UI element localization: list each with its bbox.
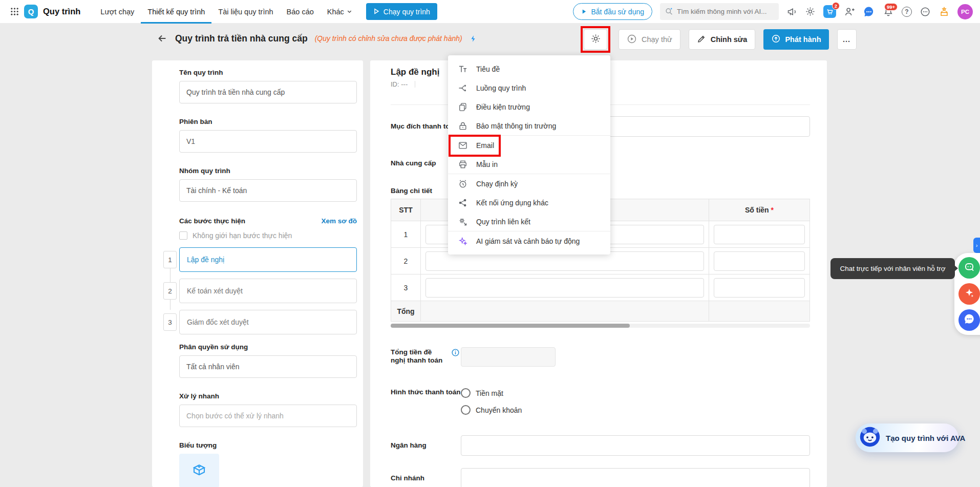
checkbox-icon[interactable] [179, 231, 187, 240]
printer-icon [458, 159, 468, 170]
ava-mascot-icon [859, 426, 881, 450]
gear-icon [590, 33, 601, 46]
table-row: 3 [391, 274, 809, 301]
support-floating-panel [954, 253, 980, 335]
ai-search-box[interactable] [660, 3, 779, 20]
version-input[interactable] [179, 130, 357, 153]
menu-item-chay-dinh-ky[interactable]: Chạy định kỳ [448, 174, 610, 193]
menu-item-quy-trinh-lien-ket[interactable]: Quy trình liên kết [448, 212, 610, 231]
app-grid-icon[interactable] [10, 7, 19, 16]
megaphone-icon[interactable] [786, 6, 797, 17]
test-run-button[interactable]: Chạy thử [619, 29, 680, 50]
app-name: Quy trình [43, 7, 80, 16]
chat-dots-icon [963, 312, 976, 328]
step-number: 2 [163, 282, 177, 300]
back-arrow-icon[interactable] [157, 33, 168, 44]
branch-input[interactable] [461, 468, 810, 487]
edit-button[interactable]: Chỉnh sửa [689, 29, 756, 50]
chat-bubble-icon[interactable] [863, 6, 875, 18]
ai-assistant-button[interactable] [958, 283, 980, 305]
view-diagram-link[interactable]: Xem sơ đồ [321, 217, 357, 225]
share-nodes-icon [458, 198, 468, 208]
create-with-ava-button[interactable]: Tạo quy trình với AVA [856, 424, 958, 452]
play-icon [581, 8, 587, 16]
lightning-icon[interactable] [470, 34, 477, 43]
tooltip-arrow [954, 265, 958, 271]
menu-item-ket-noi-ung-dung-khac[interactable]: Kết nối ứng dụng khác [448, 193, 610, 212]
tab-bao-cao[interactable]: Báo cáo [280, 0, 321, 24]
store-icon[interactable]: 2 [823, 5, 836, 18]
workflow-name-input[interactable] [179, 81, 357, 103]
notifications-bell-icon[interactable]: 99+ [883, 6, 894, 17]
step-list: 1 Lập đề nghị 2 Kế toán xét duyệt 3 Giám… [179, 247, 357, 334]
step-item-ke-toan-xet-duyet[interactable]: Kế toán xét duyệt [179, 279, 357, 303]
more-options-icon[interactable] [920, 6, 931, 17]
bell-badge: 99+ [884, 3, 898, 11]
app-logo-icon: Q [24, 5, 38, 18]
tab-thiet-ke-quy-trinh[interactable]: Thiết kế quy trình [141, 0, 211, 24]
user-avatar[interactable]: PC [957, 4, 973, 19]
workflow-icon-picker[interactable] [179, 454, 219, 487]
settings-gear-icon[interactable] [805, 6, 816, 17]
name-label: Tên quy trình [179, 69, 357, 76]
table-horizontal-scrollbar[interactable] [391, 324, 810, 328]
scrollbar-thumb[interactable] [391, 324, 630, 328]
amount-cell-input[interactable] [714, 278, 805, 298]
menu-item-tieu-de[interactable]: Tiêu đề [448, 59, 610, 78]
unpublished-status-note: (Quy trình có chỉnh sửa chưa được phát h… [315, 34, 462, 43]
add-user-icon[interactable] [844, 6, 855, 17]
quick-process-input[interactable] [179, 405, 357, 427]
menu-item-ai-giam-sat[interactable]: AI giám sát và cảnh báo tự động [448, 231, 610, 250]
branch-field-row: Chi nhánh [391, 468, 810, 487]
permission-input[interactable] [179, 355, 357, 378]
messenger-chat-button[interactable] [958, 309, 980, 331]
search-sparkle-icon [664, 6, 674, 18]
total-amount-field-row: Tổng tiền đề nghị thanh toán [391, 347, 810, 367]
copy-icon [458, 102, 468, 112]
column-header-stt: STT [399, 206, 412, 214]
amount-cell-input[interactable] [714, 225, 805, 244]
total-amount-label: Tổng tiền đề nghị thanh toán [391, 348, 442, 364]
menu-item-luong-quy-trinh[interactable]: Luồng quy trình [448, 78, 610, 97]
search-input[interactable] [660, 3, 779, 20]
radio-icon[interactable] [461, 405, 471, 415]
run-workflow-button[interactable]: Chạy quy trình [366, 3, 437, 20]
total-amount-input [461, 347, 556, 367]
menu-item-dieu-kien-truong[interactable]: Điều kiện trường [448, 97, 610, 116]
tab-tai-lieu-quy-trinh[interactable]: Tài liệu quy trình [211, 0, 280, 24]
tab-luot-chay[interactable]: Lượt chạy [94, 0, 141, 24]
workflow-settings-button[interactable] [584, 29, 607, 50]
step-item-lap-de-nghi[interactable]: Lập đề nghị [179, 247, 357, 272]
page-actions: Chạy thử Chỉnh sửa Phát hành ... [581, 26, 857, 53]
menu-item-mau-in[interactable]: Mẫu in [448, 155, 610, 174]
radio-option-chuyen-khoan[interactable]: Chuyển khoản [461, 405, 810, 415]
step-item-giam-doc-xet-duyet[interactable]: Giám đốc xét duyệt [179, 310, 357, 334]
app-brand[interactable]: Q Quy trình [24, 5, 80, 18]
tab-khac[interactable]: Khác [321, 0, 359, 24]
bank-input[interactable] [461, 435, 810, 456]
publish-button[interactable]: Phát hành [763, 29, 828, 50]
more-actions-button[interactable]: ... [837, 29, 857, 50]
collapse-panel-tab[interactable]: › [973, 238, 980, 253]
get-started-button[interactable]: Bắt đầu sử dụng [573, 3, 652, 20]
support-face-icon [963, 260, 976, 276]
group-input[interactable] [179, 179, 357, 202]
description-cell-input[interactable] [425, 278, 704, 298]
menu-item-bao-mat-thong-tin-truong[interactable]: Bảo mật thông tin trường [448, 116, 610, 135]
step-row-3: 3 Giám đốc xét duyệt [163, 310, 357, 334]
live-support-chat-button[interactable] [958, 257, 980, 279]
support-chat-tooltip: Chat trực tiếp với nhân viên hỗ trợ [830, 258, 955, 279]
workflow-settings-panel: Tên quy trình Phiên bản Nhóm quy trình C… [152, 60, 363, 487]
required-asterisk: * [771, 206, 774, 214]
page-header: Quy trình trả tiền nhà cung cấp (Quy trì… [157, 24, 477, 53]
steps-label: Các bước thực hiện [179, 217, 245, 225]
info-icon[interactable] [451, 348, 460, 359]
radio-option-tien-mat[interactable]: Tiền mặt [461, 388, 810, 398]
rewards-icon[interactable] [939, 6, 950, 17]
unlimited-steps-option[interactable]: Không giới hạn bước thực hiện [179, 231, 357, 240]
amount-cell-input[interactable] [714, 251, 805, 271]
menu-item-email[interactable]: Email [448, 136, 610, 155]
radio-icon[interactable] [461, 388, 471, 398]
help-icon[interactable]: ? [902, 7, 912, 17]
chevron-down-icon [347, 9, 352, 14]
